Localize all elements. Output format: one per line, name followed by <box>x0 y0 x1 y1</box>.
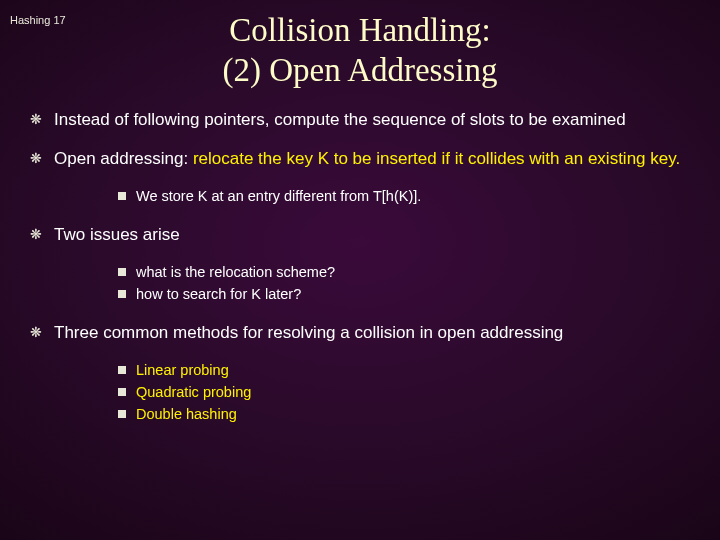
slide: Hashing 17 Collision Handling: (2) Open … <box>0 0 720 540</box>
bullet-item: ❋ Open addressing: relocate the key K to… <box>30 148 690 169</box>
sub-list: We store K at an entry different from T[… <box>118 187 690 206</box>
bullet-prefix: Open addressing: <box>54 149 193 168</box>
square-icon <box>118 388 126 396</box>
sub-list: what is the relocation scheme? how to se… <box>118 263 690 304</box>
sub-item: We store K at an entry different from T[… <box>118 187 690 206</box>
sub-text: We store K at an entry different from T[… <box>136 187 421 206</box>
sub-text: Double hashing <box>136 405 237 424</box>
slide-content: ❋ Instead of following pointers, compute… <box>0 91 720 424</box>
sub-item: Double hashing <box>118 405 690 424</box>
bullet-text: Three common methods for resolving a col… <box>54 322 690 343</box>
sub-list: Linear probing Quadratic probing Double … <box>118 361 690 424</box>
sub-text: how to search for K later? <box>136 285 301 304</box>
sub-text: Linear probing <box>136 361 229 380</box>
bullet-item: ❋ Two issues arise <box>30 224 690 245</box>
square-icon <box>118 268 126 276</box>
square-icon <box>118 410 126 418</box>
star-icon: ❋ <box>30 109 54 129</box>
sub-text: what is the relocation scheme? <box>136 263 335 282</box>
star-icon: ❋ <box>30 148 54 168</box>
sub-text: Quadratic probing <box>136 383 251 402</box>
star-icon: ❋ <box>30 224 54 244</box>
sub-item: Quadratic probing <box>118 383 690 402</box>
square-icon <box>118 290 126 298</box>
bullet-highlight: relocate the key K to be inserted if it … <box>193 149 680 168</box>
square-icon <box>118 366 126 374</box>
sub-item: Linear probing <box>118 361 690 380</box>
bullet-item: ❋ Three common methods for resolving a c… <box>30 322 690 343</box>
star-icon: ❋ <box>30 322 54 342</box>
bullet-text: Instead of following pointers, compute t… <box>54 109 690 130</box>
square-icon <box>118 192 126 200</box>
bullet-text: Open addressing: relocate the key K to b… <box>54 148 690 169</box>
bullet-text: Two issues arise <box>54 224 690 245</box>
sub-item: how to search for K later? <box>118 285 690 304</box>
page-label: Hashing 17 <box>10 14 66 26</box>
title-line-1: Collision Handling: <box>229 12 490 48</box>
title-line-2: (2) Open Addressing <box>223 52 498 88</box>
bullet-item: ❋ Instead of following pointers, compute… <box>30 109 690 130</box>
sub-item: what is the relocation scheme? <box>118 263 690 282</box>
slide-title: Collision Handling: (2) Open Addressing <box>0 0 720 91</box>
